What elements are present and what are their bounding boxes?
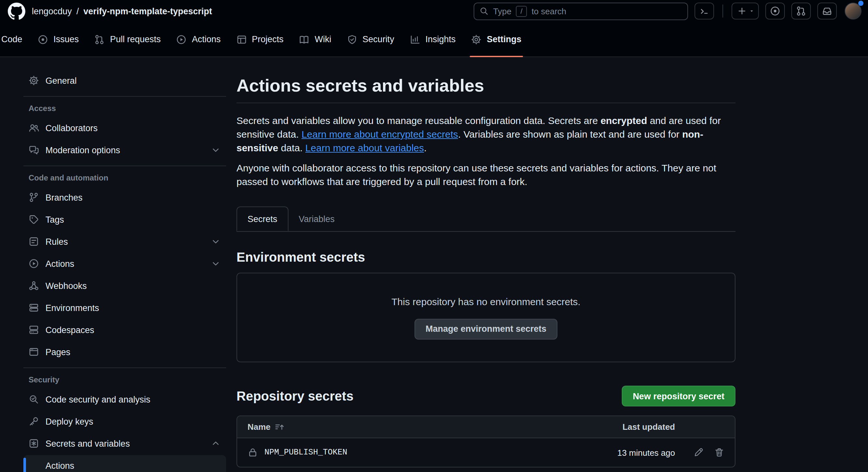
environment-secrets-heading: Environment secrets bbox=[237, 250, 736, 265]
intro-paragraph: Secrets and variables allow you to manag… bbox=[237, 113, 736, 155]
sidebar-item-pages[interactable]: Pages bbox=[23, 341, 226, 362]
issues-header-button[interactable] bbox=[765, 3, 785, 20]
tab-issues-label: Issues bbox=[54, 34, 79, 44]
sidebar-item-code-security[interactable]: Code security and analysis bbox=[23, 389, 226, 410]
issue-opened-icon bbox=[770, 6, 780, 16]
sidebar-item-general[interactable]: General bbox=[23, 70, 226, 91]
collaborator-note: Anyone with collaborator access to this … bbox=[237, 161, 736, 188]
name-column-header[interactable]: Name bbox=[248, 422, 578, 432]
sidebar-item-branches[interactable]: Branches bbox=[23, 187, 226, 208]
user-menu bbox=[845, 3, 862, 20]
caret-down-icon bbox=[749, 8, 754, 13]
slash-key-hint: / bbox=[516, 5, 527, 16]
tab-variables[interactable]: Variables bbox=[288, 206, 345, 231]
gear-icon bbox=[471, 34, 482, 44]
page-title: Actions secrets and variables bbox=[237, 74, 736, 97]
book-icon bbox=[299, 34, 310, 44]
secrets-icon bbox=[29, 438, 39, 449]
lock-icon bbox=[248, 447, 258, 458]
github-logo[interactable] bbox=[8, 2, 25, 20]
search-input[interactable]: Type / to search bbox=[474, 2, 688, 20]
table-icon bbox=[236, 34, 247, 44]
header-divider bbox=[722, 4, 723, 18]
browser-icon bbox=[29, 347, 39, 357]
sidebar-item-label: Codespaces bbox=[45, 325, 94, 335]
tab-wiki[interactable]: Wiki bbox=[293, 22, 338, 57]
tab-insights[interactable]: Insights bbox=[403, 22, 462, 57]
secret-name: NPM_PUBLISH_TOKEN bbox=[265, 448, 347, 457]
repository-secrets-table: Name Last updated NPM_PUBLISH_TOKEN 13 m… bbox=[237, 415, 736, 468]
sidebar-item-label: Deploy keys bbox=[45, 416, 93, 426]
server-icon bbox=[29, 303, 39, 313]
environment-secrets-empty-box: This repository has no environment secre… bbox=[237, 273, 736, 362]
intro-text: . bbox=[424, 142, 427, 153]
sidebar-item-codespaces[interactable]: Codespaces bbox=[23, 319, 226, 340]
tab-secrets[interactable]: Secrets bbox=[237, 206, 288, 231]
plus-icon bbox=[737, 6, 747, 16]
sidebar-item-actions[interactable]: Actions bbox=[23, 253, 226, 274]
play-icon bbox=[176, 34, 187, 44]
sidebar-section-access: Access bbox=[23, 102, 226, 115]
tab-code-label: Code bbox=[1, 34, 23, 44]
tab-code[interactable]: Code bbox=[0, 22, 29, 57]
chevron-down-icon bbox=[211, 236, 221, 247]
sidebar-section-code-automation: Code and automation bbox=[23, 171, 226, 184]
tab-security[interactable]: Security bbox=[340, 22, 401, 57]
tab-pull-requests[interactable]: Pull requests bbox=[88, 22, 167, 57]
page-body: General Access Collaborators Moderation … bbox=[0, 57, 868, 472]
people-icon bbox=[29, 123, 39, 133]
sidebar-item-collaborators[interactable]: Collaborators bbox=[23, 117, 226, 138]
create-new-button[interactable] bbox=[732, 3, 759, 20]
search-placeholder-prefix: Type bbox=[493, 6, 511, 16]
sidebar-item-deploy-keys[interactable]: Deploy keys bbox=[23, 411, 226, 432]
sidebar-item-moderation-options[interactable]: Moderation options bbox=[23, 140, 226, 160]
sidebar-item-secrets-variables[interactable]: Secrets and variables bbox=[23, 433, 226, 454]
notifications-inbox-button[interactable] bbox=[817, 3, 837, 20]
shield-icon bbox=[347, 34, 357, 44]
tab-settings[interactable]: Settings bbox=[465, 22, 528, 57]
pull-requests-header-button[interactable] bbox=[791, 3, 811, 20]
learn-more-encrypted-secrets-link[interactable]: Learn more about encrypted secrets bbox=[302, 129, 458, 140]
breadcrumb-repo-link[interactable]: verify-npm-template-typescript bbox=[84, 6, 212, 16]
sidebar-section-security: Security bbox=[23, 373, 226, 386]
secret-updated-cell: 13 minutes ago bbox=[578, 448, 675, 458]
sidebar-subitem-actions-selected[interactable]: Actions bbox=[23, 455, 226, 472]
manage-environment-secrets-button[interactable]: Manage environment secrets bbox=[414, 318, 557, 339]
last-updated-column-header: Last updated bbox=[578, 422, 675, 432]
tab-actions-label: Actions bbox=[192, 34, 221, 44]
comment-discussion-icon bbox=[29, 145, 39, 155]
unread-indicator bbox=[858, 1, 864, 6]
sidebar-item-webhooks[interactable]: Webhooks bbox=[23, 275, 226, 296]
learn-more-variables-link[interactable]: Learn more about variables bbox=[305, 142, 424, 153]
tab-projects-label: Projects bbox=[252, 34, 284, 44]
repository-secrets-heading: Repository secrets bbox=[237, 389, 353, 404]
key-icon bbox=[29, 416, 39, 427]
tab-pull-requests-label: Pull requests bbox=[110, 34, 161, 44]
intro-text: . Variables are shown as plain text and … bbox=[458, 129, 682, 140]
breadcrumb-owner-link[interactable]: lengocduy bbox=[32, 6, 72, 16]
command-palette-button[interactable] bbox=[694, 3, 714, 20]
sidebar-divider bbox=[23, 368, 226, 368]
github-repo-settings-page: lengocduy / verify-npm-template-typescri… bbox=[0, 0, 868, 472]
sidebar-item-rules[interactable]: Rules bbox=[23, 231, 226, 252]
sidebar-item-environments[interactable]: Environments bbox=[23, 297, 226, 318]
sidebar-item-tags[interactable]: Tags bbox=[23, 209, 226, 230]
edit-secret-button[interactable] bbox=[693, 447, 704, 458]
settings-main: Actions secrets and variables Secrets an… bbox=[237, 70, 736, 472]
tab-settings-label: Settings bbox=[487, 34, 521, 44]
play-icon bbox=[29, 259, 39, 269]
tab-actions[interactable]: Actions bbox=[170, 22, 227, 57]
sidebar-item-label: Actions bbox=[45, 259, 74, 268]
sidebar-item-label: Actions bbox=[45, 461, 74, 470]
tab-insights-label: Insights bbox=[425, 34, 456, 44]
trash-icon bbox=[714, 447, 724, 458]
tab-issues[interactable]: Issues bbox=[32, 22, 86, 57]
pencil-icon bbox=[693, 447, 704, 458]
sidebar-divider bbox=[23, 96, 226, 97]
tab-projects[interactable]: Projects bbox=[230, 22, 290, 57]
search-icon bbox=[479, 6, 489, 15]
delete-secret-button[interactable] bbox=[714, 447, 724, 458]
sidebar-item-label: Webhooks bbox=[45, 281, 87, 291]
tag-icon bbox=[29, 214, 39, 225]
new-repository-secret-button[interactable]: New repository secret bbox=[622, 386, 736, 406]
